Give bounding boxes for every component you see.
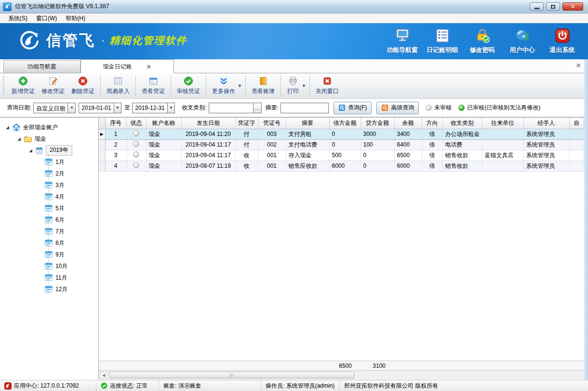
cell: 存入现金	[286, 150, 329, 161]
tree-item-month[interactable]: 7月	[0, 226, 98, 237]
column-header[interactable]: 账户名称	[146, 118, 181, 129]
tab-nav-window[interactable]: 功能导航窗	[3, 60, 80, 73]
cell	[569, 129, 584, 139]
table-row[interactable]: 3现金2019-09-04 11:17收001存入现金50006500借销售收款…	[99, 150, 584, 161]
column-header[interactable]: 凭证号	[258, 118, 286, 129]
tab-group-close-icon[interactable]: ✕	[575, 62, 581, 69]
more-actions-dropdown-icon[interactable]: ▼	[238, 83, 242, 88]
table-row[interactable]: ▶1现金2019-09-04 11:20付003支付房租030003400借办公…	[99, 129, 584, 139]
column-header[interactable]: 经手人	[523, 118, 569, 129]
date-to-select[interactable]: 2019-12-31 ▼	[132, 103, 175, 113]
maximize-button[interactable]	[546, 2, 560, 11]
cell: 系统管理员	[523, 150, 569, 161]
banner-tool-exit-system[interactable]: 退出系统	[542, 27, 582, 54]
menu-help[interactable]: 帮助(H)	[61, 13, 90, 24]
delete-voucher-button[interactable]: 删除凭证	[68, 74, 98, 97]
column-header[interactable]: 自	[569, 118, 584, 129]
category-picker-icon[interactable]: …	[254, 103, 262, 113]
advanced-search-button[interactable]: 高级查询	[376, 102, 419, 114]
table-row[interactable]: 4现金2019-08-07 11:19收001销售应收款600006000借销售…	[99, 161, 584, 171]
search-button[interactable]: 查询(F)	[334, 102, 372, 114]
summary-input[interactable]	[281, 103, 329, 113]
horizontal-scrollbar[interactable]: ◀	[99, 371, 584, 380]
more-actions-button[interactable]: 更多操作	[209, 74, 239, 97]
banner-tool-user-center[interactable]: 用户中心	[502, 27, 542, 54]
audit-voucher-button[interactable]: 审核凭证	[174, 74, 203, 97]
month-list-icon	[44, 285, 53, 293]
status-cell	[126, 139, 146, 150]
column-header[interactable]: 借方金额	[329, 118, 361, 129]
edit-voucher-button[interactable]: 修改凭证	[38, 74, 68, 97]
grid-entry-icon	[113, 76, 123, 86]
date-from-select[interactable]: 2019-01-01 ▼	[79, 103, 121, 113]
print-dropdown-icon[interactable]: ▼	[302, 83, 306, 88]
view-ledger-button[interactable]: 查看账簿	[248, 74, 278, 97]
expander-icon[interactable]	[17, 137, 21, 141]
tree-item-month[interactable]: 10月	[0, 260, 98, 272]
legend-audited: 已审核(已审核则无法再修改)	[458, 104, 540, 112]
column-header[interactable]: 往来单位	[482, 118, 523, 129]
column-header[interactable]: 摘要	[286, 118, 329, 129]
banner-tool-journal-detail[interactable]: 日记账明细	[422, 27, 462, 54]
row-indicator-header	[99, 118, 105, 129]
scroll-left-arrow-icon[interactable]: ◀	[100, 372, 107, 378]
window-title: 信管飞出纳记账软件免费版 V9.1.387	[15, 2, 109, 11]
tree-item-label: 9月	[55, 251, 65, 259]
tree-item-month[interactable]: 3月	[0, 179, 98, 191]
tree-item-month[interactable]: 12月	[0, 283, 98, 295]
chevron-down-icon[interactable]: ▼	[167, 103, 175, 113]
tab-cash-journal[interactable]: 现金日记账 ✕	[80, 59, 174, 73]
banner-tool-label: 修改密码	[470, 46, 495, 54]
chevron-down-icon[interactable]: ▼	[67, 103, 75, 113]
tree-item-all-cash-accounts[interactable]: 全部现金账户	[0, 121, 98, 133]
tree-item-month[interactable]: 11月	[0, 272, 98, 283]
cell: 蓝猫文具店	[482, 150, 523, 161]
cell	[569, 139, 584, 150]
view-voucher-button[interactable]: 查看凭证	[138, 74, 168, 97]
toolbar-button-label: 查看账簿	[252, 87, 275, 95]
date-to-value: 2019-12-31	[133, 103, 167, 113]
tab-close-icon[interactable]: ✕	[147, 64, 152, 70]
toolbar-grip[interactable]	[3, 76, 4, 95]
tree-item-label: 全部现金账户	[23, 123, 58, 132]
menu-window[interactable]: 窗口(W)	[32, 13, 61, 24]
print-button[interactable]: 打印	[283, 74, 303, 97]
tree-item-month[interactable]: 5月	[0, 202, 98, 214]
menu-bar: 系统(S) 窗口(W) 帮助(H)	[0, 13, 588, 23]
close-button[interactable]: ✕	[562, 2, 583, 11]
column-header[interactable]: 余额	[394, 118, 422, 129]
easy-entry-button[interactable]: 简易录入	[103, 74, 133, 97]
tree-item-month[interactable]: 4月	[0, 191, 98, 202]
tree-item-label: 3月	[55, 181, 65, 189]
month-list-icon	[44, 262, 53, 270]
menu-system[interactable]: 系统(S)	[4, 13, 32, 24]
category-input[interactable]	[209, 103, 254, 113]
column-header[interactable]: 收支类别	[442, 118, 482, 129]
date-mode-select[interactable]: 自定义日期 ▼	[33, 103, 76, 113]
tree-item-month[interactable]: 6月	[0, 214, 98, 226]
minimize-button[interactable]	[530, 2, 544, 11]
column-header[interactable]: 状态	[126, 118, 146, 129]
column-header[interactable]: 方向	[422, 118, 442, 129]
expander-icon[interactable]	[6, 126, 9, 129]
tree-item-month[interactable]: 9月	[0, 249, 98, 260]
tree-item-month[interactable]: 8月	[0, 237, 98, 249]
tree-item-month[interactable]: 2月	[0, 168, 98, 179]
column-header[interactable]: 凭证字	[235, 118, 258, 129]
banner-tool-change-password[interactable]: 修改密码	[462, 27, 502, 54]
tree-item-month[interactable]: 1月	[0, 156, 98, 168]
column-header[interactable]: 序号	[105, 118, 126, 129]
scrollbar-thumb[interactable]	[109, 372, 354, 378]
column-header[interactable]: 贷方金额	[361, 118, 394, 129]
tree-item-cash[interactable]: 现金	[0, 133, 98, 145]
table-row[interactable]: 2现金2019-09-04 11:17付002支付电话费01006400借电话费…	[99, 139, 584, 150]
tree-item-year-2019[interactable]: 21 2019年	[0, 145, 98, 156]
row-indicator	[99, 139, 105, 150]
close-window-button[interactable]: 关闭窗口	[312, 74, 342, 97]
add-voucher-button[interactable]: 新增凭证	[8, 74, 38, 97]
cell: 3000	[361, 129, 394, 139]
column-header[interactable]: 发生日期	[181, 118, 235, 129]
banner-tool-nav-window[interactable]: 功能导航窗	[382, 27, 422, 54]
chevron-down-icon[interactable]: ▼	[114, 103, 121, 113]
expander-icon[interactable]	[29, 149, 32, 152]
